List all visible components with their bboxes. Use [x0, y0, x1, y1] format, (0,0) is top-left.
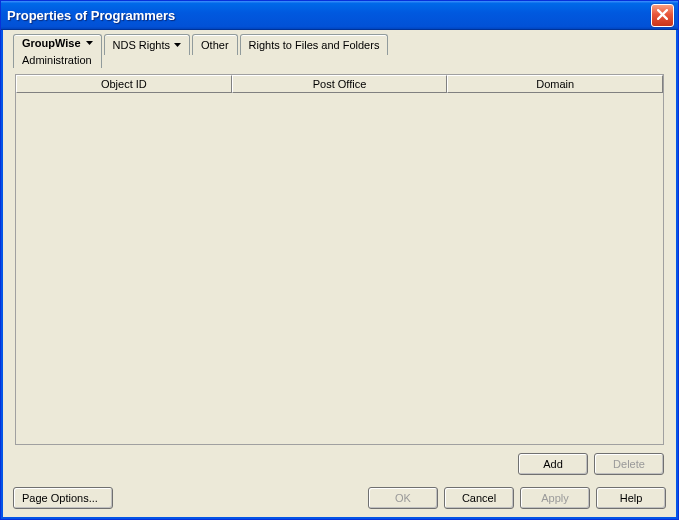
tab-groupwise[interactable]: GroupWise Administration [13, 34, 102, 68]
row-action-bar: Add Delete [15, 445, 664, 481]
object-table: Object ID Post Office Domain [15, 74, 664, 445]
delete-button: Delete [594, 453, 664, 475]
chevron-down-icon [86, 41, 93, 45]
tab-other[interactable]: Other [192, 34, 238, 55]
help-button[interactable]: Help [596, 487, 666, 509]
svg-marker-0 [86, 41, 93, 45]
tab-label: GroupWise [22, 37, 81, 49]
ok-button: OK [368, 487, 438, 509]
svg-marker-1 [174, 43, 181, 47]
window-title: Properties of Programmers [7, 8, 651, 23]
column-header-object-id[interactable]: Object ID [16, 75, 232, 93]
chevron-down-icon [174, 43, 181, 47]
tab-nds-rights[interactable]: NDS Rights [104, 34, 190, 55]
tab-label: Rights to Files and Folders [249, 39, 380, 51]
close-icon [657, 8, 668, 23]
dialog-button-bar: Page Options... OK Cancel Apply Help [7, 485, 672, 513]
tab-panel: Object ID Post Office Domain Add Delete [7, 68, 672, 485]
apply-button: Apply [520, 487, 590, 509]
titlebar: Properties of Programmers [1, 1, 678, 30]
client-area: GroupWise Administration NDS Rights Othe… [1, 30, 678, 519]
column-header-domain[interactable]: Domain [447, 75, 663, 93]
tab-label: Other [201, 39, 229, 51]
properties-dialog: Properties of Programmers GroupWise Admi… [0, 0, 679, 520]
tab-rights-files-folders[interactable]: Rights to Files and Folders [240, 34, 389, 55]
page-options-button[interactable]: Page Options... [13, 487, 113, 509]
table-body[interactable] [16, 93, 663, 444]
table-header: Object ID Post Office Domain [16, 75, 663, 93]
close-button[interactable] [651, 4, 674, 27]
column-header-post-office[interactable]: Post Office [232, 75, 448, 93]
add-button[interactable]: Add [518, 453, 588, 475]
tab-label: NDS Rights [113, 39, 170, 51]
cancel-button[interactable]: Cancel [444, 487, 514, 509]
tab-row: GroupWise Administration NDS Rights Othe… [7, 34, 672, 68]
tab-sublabel: Administration [22, 53, 92, 66]
